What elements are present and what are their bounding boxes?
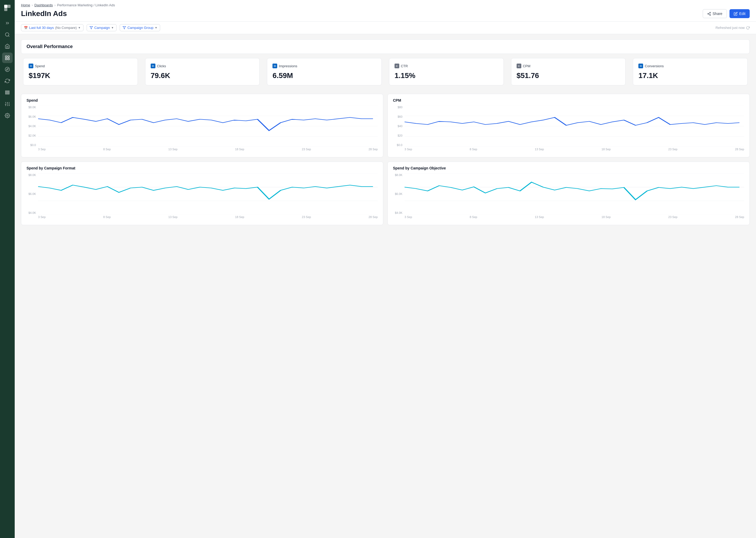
cpm-y-axis: $80 $60 $40 $20 $0.0 [393,106,403,146]
content-area: Overall Performance in Spend $197K in Cl… [15,34,756,235]
date-caret-icon: ▼ [78,26,80,29]
svg-line-27 [708,14,710,15]
spend-x-axis: 3 Sep 8 Sep 13 Sep 18 Sep 23 Sep 28 Sep [38,148,378,153]
header-actions: Share Edit [703,9,750,18]
breadcrumb-sep-2: › [54,3,55,7]
cpm-x-axis: 3 Sep 8 Sep 13 Sep 18 Sep 23 Sep 28 Sep [404,148,744,153]
edit-button[interactable]: Edit [730,9,750,18]
campaign-group-filter-icon [122,26,126,29]
svg-line-4 [8,36,10,37]
svg-rect-8 [8,58,10,60]
sidebar-item-home[interactable] [2,41,13,51]
refresh-icon [746,26,750,30]
linkedin-icon-spend: in [28,64,33,68]
sidebar-item-layers[interactable] [2,87,13,98]
campaign-filter-label: Campaign [94,26,110,30]
svg-rect-11 [6,91,10,91]
breadcrumb-home[interactable]: Home [21,3,30,7]
metric-clicks-label: in Clicks [151,64,254,68]
spend-objective-chart-svg [404,173,744,214]
spend-format-chart-card: Spend by Campaign Format $8.0K $6.0K $4.… [21,162,383,225]
refresh-status-text: Refreshed just now [716,26,745,30]
breadcrumb: Home › Dashboards › Performance Marketin… [21,3,750,7]
svg-rect-5 [6,56,7,58]
svg-point-23 [7,115,8,116]
svg-point-24 [710,12,711,13]
share-icon [707,12,711,16]
grid-icon-ctr: ⊞ [395,64,399,68]
campaign-filter[interactable]: Campaign ▼ [87,24,117,31]
breadcrumb-current: Performance Marketing / LinkedIn Ads [57,3,115,7]
date-compare-label: (No Compare) [55,26,77,30]
linkedin-icon-clicks: in [151,64,155,68]
campaign-caret-icon: ▼ [111,26,114,29]
campaign-group-caret-icon: ▼ [155,26,157,29]
spend-format-chart-title: Spend by Campaign Format [26,166,378,170]
calendar-icon: 📅 [24,26,28,30]
sidebar-item-sync[interactable] [2,76,13,86]
sidebar-item-metrics[interactable] [2,99,13,109]
spend-format-chart-area [38,173,378,214]
svg-rect-12 [6,92,10,93]
spend-objective-chart-container: $8.0K $6.0K $4.0K 3 [393,173,744,221]
date-range-filter[interactable]: 📅 Last full 30 days (No Compare) ▼ [21,24,83,31]
sidebar-item-search[interactable] [2,29,13,40]
svg-point-3 [6,33,9,36]
metrics-grid: in Spend $197K in Clicks 79.6K in Impres… [21,58,750,89]
spend-chart-title: Spend [26,98,378,102]
metric-impressions-label: in Impressions [272,64,376,68]
refresh-status: Refreshed just now [716,26,750,30]
page-title: LinkedIn Ads [21,10,67,18]
metric-cpm-value: $51.76 [517,72,620,80]
header-row: LinkedIn Ads Share [21,9,750,18]
metric-impressions: in Impressions 6.59M [267,58,382,85]
sidebar-item-dashboards[interactable] [2,53,13,63]
spend-chart-container: $8.0K $6.0K $4.0K $2.0K $0.0 [26,106,378,153]
grid-icon-cpm: ⊞ [517,64,521,68]
svg-rect-1 [7,5,11,8]
svg-point-9 [5,67,10,72]
svg-line-28 [708,13,710,13]
cpm-chart-area [404,106,744,146]
svg-rect-7 [6,58,7,60]
svg-marker-10 [6,68,8,70]
metric-clicks: in Clicks 79.6K [145,58,260,85]
svg-marker-29 [90,27,93,29]
cpm-chart-container: $80 $60 $40 $20 $0.0 [393,106,744,153]
svg-point-25 [707,13,708,14]
spend-y-axis: $8.0K $6.0K $4.0K $2.0K $0.0 [26,106,37,146]
sidebar-item-compass[interactable] [2,64,13,75]
page-header: Home › Dashboards › Performance Marketin… [15,0,756,22]
spend-format-y-axis: $8.0K $6.0K $4.0K [26,173,37,214]
sidebar-navigation [0,18,15,121]
app-logo [3,3,12,13]
overall-performance-section: Overall Performance [21,39,750,54]
metric-cpm: ⊞ CPM $51.76 [511,58,626,85]
spend-chart-svg [38,106,378,146]
share-label: Share [713,12,722,16]
sidebar-item-expand[interactable] [2,18,13,28]
breadcrumb-dashboards[interactable]: Dashboards [34,3,53,7]
metric-cpm-label: ⊞ CPM [517,64,620,68]
main-content: Home › Dashboards › Performance Marketin… [15,0,756,538]
svg-rect-13 [6,93,10,94]
section-title: Overall Performance [21,40,749,54]
svg-point-26 [710,15,711,16]
metric-spend-value: $197K [28,72,132,80]
spend-chart-card: Spend $8.0K $6.0K $4.0K $2.0K $0.0 [21,94,383,157]
cpm-chart-svg [404,106,744,146]
share-button[interactable]: Share [703,9,727,18]
metric-conversions: in Conversions 17.1K [633,58,748,85]
charts-row-1: Spend $8.0K $6.0K $4.0K $2.0K $0.0 [21,94,750,157]
spend-format-chart-svg [38,173,378,214]
linkedin-icon-conversions: in [638,64,643,68]
sidebar [0,0,15,538]
metric-ctr-value: 1.15% [395,72,498,80]
metric-spend: in Spend $197K [23,58,138,85]
sidebar-item-settings[interactable] [2,110,13,121]
campaign-filter-icon [89,26,93,29]
metric-ctr: ⊞ CTR 1.15% [389,58,504,85]
spend-format-x-axis: 3 Sep 8 Sep 13 Sep 18 Sep 23 Sep 28 Sep [38,215,378,221]
date-range-label: Last full 30 days [29,26,54,30]
campaign-group-filter[interactable]: Campaign Group ▼ [120,24,160,31]
